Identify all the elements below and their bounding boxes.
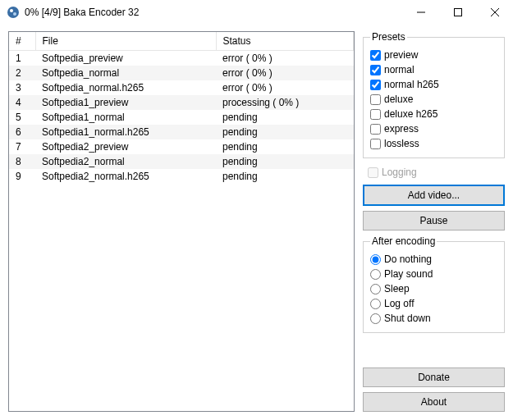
cell-file: Softpedia1_preview xyxy=(35,95,216,110)
after-label: Log off xyxy=(384,298,414,309)
table-row[interactable]: 2Softpedia_normalerror ( 0% ) xyxy=(9,66,354,80)
table-row[interactable]: 1Softpedia_previewerror ( 0% ) xyxy=(9,51,354,66)
client-area: # File Status 1Softpedia_previewerror ( … xyxy=(0,25,513,420)
after-option-row[interactable]: Do nothing xyxy=(370,252,497,267)
preset-checkbox[interactable] xyxy=(370,65,381,75)
presets-group: Presets previewnormalnormal h265deluxede… xyxy=(363,31,505,158)
spacer xyxy=(363,338,505,363)
preset-checkbox[interactable] xyxy=(370,50,381,61)
preset-label: express xyxy=(384,123,419,135)
svg-rect-4 xyxy=(454,8,461,16)
preset-checkbox[interactable] xyxy=(370,139,381,149)
preset-row[interactable]: deluxe h265 xyxy=(370,107,497,121)
table-row[interactable]: 4Softpedia1_previewprocessing ( 0% ) xyxy=(9,95,354,110)
table-row[interactable]: 5Softpedia1_normalpending xyxy=(9,110,354,125)
about-button[interactable]: About xyxy=(363,392,505,412)
donate-button[interactable]: Donate xyxy=(363,368,505,387)
cell-status: pending xyxy=(216,139,354,154)
cell-num: 6 xyxy=(9,125,35,139)
cell-status: pending xyxy=(216,154,354,169)
close-button[interactable] xyxy=(476,0,513,25)
minimize-button[interactable] xyxy=(402,0,439,25)
cell-num: 4 xyxy=(9,95,35,110)
file-list-panel: # File Status 1Softpedia_previewerror ( … xyxy=(8,31,355,412)
cell-num: 5 xyxy=(9,110,35,125)
col-header-status[interactable]: Status xyxy=(216,32,354,51)
cell-status: pending xyxy=(216,110,354,125)
window-controls xyxy=(402,0,513,25)
table-row[interactable]: 9Softpedia2_normal.h265pending xyxy=(9,169,354,184)
after-label: Shut down xyxy=(384,313,431,324)
cell-num: 3 xyxy=(9,80,35,95)
titlebar: 0% [4/9] Baka Encoder 32 xyxy=(0,0,513,25)
cell-num: 7 xyxy=(9,139,35,154)
svg-point-0 xyxy=(7,7,19,18)
preset-label: deluxe xyxy=(384,94,413,105)
after-radio[interactable] xyxy=(370,313,381,324)
preset-checkbox[interactable] xyxy=(370,124,381,135)
cell-file: Softpedia1_normal xyxy=(35,110,216,125)
cell-file: Softpedia_preview xyxy=(35,51,216,66)
svg-point-2 xyxy=(13,12,16,16)
add-video-button[interactable]: Add video... xyxy=(363,185,505,206)
preset-label: normal xyxy=(384,64,415,75)
preset-row[interactable]: express xyxy=(370,121,497,136)
app-icon xyxy=(7,6,20,19)
after-radio[interactable] xyxy=(370,254,381,265)
after-label: Sleep xyxy=(384,283,410,294)
cell-status: processing ( 0% ) xyxy=(216,95,354,110)
after-option-row[interactable]: Sleep xyxy=(370,281,497,296)
table-row[interactable]: 8Softpedia2_normalpending xyxy=(9,154,354,169)
table-row[interactable]: 7Softpedia2_previewpending xyxy=(9,139,354,154)
preset-row[interactable]: deluxe xyxy=(370,92,497,107)
col-header-num[interactable]: # xyxy=(9,32,35,51)
cell-num: 8 xyxy=(9,154,35,169)
after-radio[interactable] xyxy=(370,269,381,280)
cell-file: Softpedia2_normal.h265 xyxy=(35,169,216,184)
cell-num: 9 xyxy=(9,169,35,184)
cell-status: pending xyxy=(216,125,354,139)
table-row[interactable]: 6Softpedia1_normal.h265pending xyxy=(9,125,354,139)
preset-label: preview xyxy=(384,49,418,61)
preset-row[interactable]: lossless xyxy=(370,136,497,151)
svg-point-1 xyxy=(10,9,13,12)
minimize-icon xyxy=(417,8,425,16)
logging-checkbox-row[interactable]: Logging xyxy=(363,163,505,180)
cell-num: 1 xyxy=(9,51,35,66)
maximize-icon xyxy=(454,8,462,16)
logging-checkbox[interactable] xyxy=(368,167,378,178)
preset-label: lossless xyxy=(384,138,419,149)
preset-checkbox[interactable] xyxy=(370,94,381,105)
presets-legend: Presets xyxy=(370,31,407,43)
preset-label: normal h265 xyxy=(384,79,439,90)
preset-row[interactable]: preview xyxy=(370,48,497,62)
after-option-row[interactable]: Log off xyxy=(370,296,497,311)
cell-status: error ( 0% ) xyxy=(216,80,354,95)
cell-num: 2 xyxy=(9,66,35,80)
after-option-row[interactable]: Play sound xyxy=(370,267,497,281)
preset-row[interactable]: normal xyxy=(370,62,497,77)
cell-file: Softpedia_normal xyxy=(35,66,216,80)
maximize-button[interactable] xyxy=(439,0,476,25)
pause-button[interactable]: Pause xyxy=(363,211,505,231)
cell-status: error ( 0% ) xyxy=(216,51,354,66)
after-option-row[interactable]: Shut down xyxy=(370,311,497,326)
preset-checkbox[interactable] xyxy=(370,80,381,90)
col-header-file[interactable]: File xyxy=(35,32,216,51)
table-row[interactable]: 3Softpedia_normal.h265error ( 0% ) xyxy=(9,80,354,95)
after-label: Do nothing xyxy=(384,253,432,265)
close-icon xyxy=(491,8,499,16)
file-table: # File Status 1Softpedia_previewerror ( … xyxy=(9,32,354,184)
cell-status: error ( 0% ) xyxy=(216,66,354,80)
after-radio[interactable] xyxy=(370,299,381,309)
after-encoding-legend: After encoding xyxy=(370,235,437,247)
preset-row[interactable]: normal h265 xyxy=(370,77,497,92)
window-title: 0% [4/9] Baka Encoder 32 xyxy=(25,7,402,18)
cell-status: pending xyxy=(216,169,354,184)
right-panel: Presets previewnormalnormal h265deluxede… xyxy=(363,31,505,412)
preset-label: deluxe h265 xyxy=(384,108,437,120)
after-radio[interactable] xyxy=(370,284,381,294)
logging-label: Logging xyxy=(382,167,417,178)
preset-checkbox[interactable] xyxy=(370,109,381,120)
cell-file: Softpedia2_normal xyxy=(35,154,216,169)
